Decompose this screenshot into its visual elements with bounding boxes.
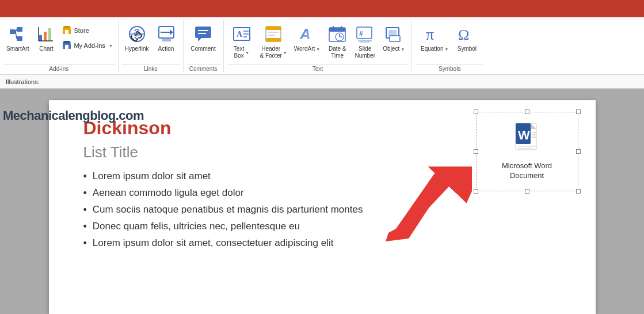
store-button[interactable]: Store: [60, 24, 114, 37]
ribbon-group-illustrations: SmartArt Chart: [0, 20, 119, 72]
action-icon: [156, 24, 177, 44]
comment-icon: [193, 24, 214, 44]
my-addins-dropdown-arrow: ▼: [109, 44, 113, 48]
symbol-button[interactable]: Ω Symbol: [452, 22, 481, 54]
slidenumber-icon: #: [355, 24, 375, 44]
svg-marker-14: [63, 41, 71, 43]
ribbon-top-bar: [0, 0, 644, 17]
datetime-button[interactable]: Date &Time: [324, 22, 350, 61]
svg-rect-48: [360, 41, 370, 43]
wordart-icon: A: [297, 24, 318, 44]
illustrations-items: SmartArt Chart: [3, 20, 115, 64]
svg-marker-24: [198, 38, 201, 41]
hyperlink-button[interactable]: Hyperlink: [122, 22, 152, 54]
list-item: Cum sociis natoque penatibus et magnis d…: [83, 202, 573, 218]
svg-marker-20: [170, 29, 173, 35]
svg-rect-51: [390, 36, 400, 41]
svg-rect-34: [266, 38, 281, 41]
store-label: Store: [74, 27, 89, 34]
handle-bc: [525, 189, 529, 194]
symbol-icon: Ω: [456, 24, 477, 44]
svg-rect-15: [65, 45, 68, 49]
my-addins-label: My Add-ins: [74, 42, 105, 49]
hyperlink-icon: [127, 24, 147, 44]
svg-rect-2: [17, 36, 22, 41]
svg-rect-23: [195, 27, 211, 38]
embedded-object-label2: Document: [510, 171, 544, 181]
smartart-label: SmartArt: [6, 46, 29, 52]
header-footer-button[interactable]: Header& Footer ▼: [257, 22, 290, 61]
text-items: A TextBox ▼: [227, 20, 409, 64]
comment-label: Comment: [190, 46, 215, 52]
formula-bar: Illustrations:: [0, 75, 644, 89]
text-group-label: Text: [227, 64, 409, 72]
red-arrow: [380, 167, 472, 241]
watermark-text: Mechanicalengblog.com: [3, 108, 144, 123]
hyperlink-label: Hyperlink: [125, 46, 149, 52]
svg-rect-7: [48, 28, 51, 41]
svg-line-4: [16, 32, 17, 39]
wordart-label: WordArt: [294, 46, 315, 52]
svg-text:#: #: [359, 30, 363, 38]
store-icon: [62, 25, 71, 36]
equation-label: Equation: [421, 46, 443, 52]
object-dropdown: ▼: [401, 47, 405, 51]
formula-bar-label: Illustrations:: [6, 78, 40, 85]
links-group-label: Links: [122, 64, 180, 72]
list-item: Donec quam felis, ultricies nec, pellent…: [83, 218, 573, 235]
header-footer-dropdown: ▼: [283, 51, 287, 55]
svg-rect-12: [65, 30, 68, 34]
svg-rect-39: [329, 28, 345, 32]
action-label: Action: [158, 46, 174, 52]
svg-rect-47: [358, 40, 372, 41]
symbols-items: π Equation ▼ Ω Symbol: [418, 20, 481, 64]
svg-text:A: A: [237, 30, 243, 39]
svg-rect-1: [17, 27, 22, 32]
wordart-button[interactable]: A WordArt ▼: [291, 22, 323, 54]
textbox-button[interactable]: A TextBox ▼: [227, 22, 256, 61]
handle-mr: [576, 149, 581, 154]
header-footer-label: Header& Footer: [260, 46, 282, 59]
embedded-object-label1: Microsoft Word: [502, 161, 552, 171]
svg-rect-6: [44, 32, 47, 41]
smartart-button[interactable]: SmartArt: [3, 22, 32, 54]
datetime-label: Date &Time: [329, 46, 346, 59]
object-icon: [383, 24, 404, 44]
my-addins-button[interactable]: My Add-ins ▼: [60, 39, 114, 52]
object-label: Object: [383, 46, 399, 52]
svg-marker-11: [63, 26, 71, 28]
comments-group-label: Comments: [187, 64, 220, 72]
handle-tr: [576, 109, 581, 114]
textbox-label: TextBox: [234, 46, 244, 59]
svg-text:W: W: [518, 128, 530, 142]
svg-text:π: π: [426, 25, 434, 43]
links-items: Hyperlink Action: [122, 20, 180, 64]
symbols-group-label: Symbols: [416, 64, 483, 72]
comment-button[interactable]: Comment: [188, 22, 218, 54]
wordart-dropdown: ▼: [316, 47, 320, 51]
action-button[interactable]: Action: [153, 22, 180, 54]
addin-icon: [62, 40, 71, 51]
ribbon-group-text: A TextBox ▼: [224, 20, 413, 72]
slidenumber-button[interactable]: # SlideNumber: [352, 22, 378, 61]
arrow-container: [380, 167, 472, 244]
ribbon: SmartArt Chart: [0, 0, 644, 75]
chart-button[interactable]: Chart: [33, 22, 59, 54]
svg-text:Ω: Ω: [458, 27, 469, 43]
slidenumber-label: SlideNumber: [355, 46, 375, 59]
svg-line-3: [16, 29, 17, 32]
svg-rect-50: [388, 30, 397, 36]
word-icon: W: [512, 122, 542, 158]
object-button[interactable]: Object ▼: [379, 22, 408, 54]
equation-button[interactable]: π Equation ▼: [418, 22, 451, 54]
ribbon-group-comments: Comment Comments: [184, 20, 224, 72]
svg-rect-0: [10, 29, 16, 34]
handle-ml: [474, 149, 478, 154]
textbox-dropdown-arrow: ▼: [245, 51, 249, 55]
embedded-object-container[interactable]: W Microsoft Word Document: [476, 112, 578, 191]
list-item: Lorem ipsum dolor sit amet, consectetuer…: [83, 235, 573, 252]
header-footer-icon: [263, 24, 284, 44]
illustrations-group-label: Add-ins: [3, 64, 115, 72]
ribbon-content: SmartArt Chart: [0, 17, 644, 75]
datetime-icon: [327, 24, 348, 44]
